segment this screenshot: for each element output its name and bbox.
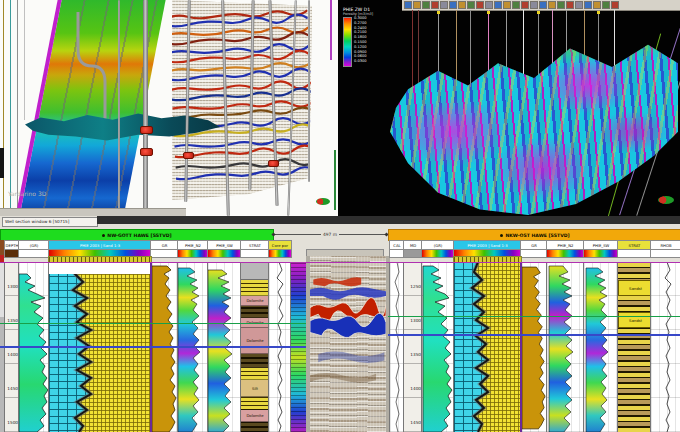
scale-strip (650, 249, 680, 258)
strat-unit: Sandst (618, 312, 653, 328)
well-trace (10, 0, 11, 216)
scale-strip (546, 249, 585, 258)
well-section-tab[interactable]: Well section window 6 [50715] (2, 217, 98, 227)
scale-strip (18, 249, 50, 258)
tool-icon[interactable] (602, 1, 610, 9)
casing-ring (183, 152, 194, 159)
wellbore (143, 0, 148, 216)
tool-icon[interactable] (440, 1, 448, 9)
well-trace (3, 0, 4, 216)
tool-icon[interactable] (593, 1, 601, 9)
tool-icon[interactable] (566, 1, 574, 9)
wellbore (308, 0, 310, 182)
scale-strip (240, 249, 270, 258)
phie-sw-curve-track[interactable] (583, 262, 619, 432)
lithostrat-column[interactable]: Sandst Sandst (617, 262, 652, 432)
distance-ruler: 497 m (272, 229, 388, 239)
gr-curve-track[interactable] (421, 262, 455, 432)
strat-unit: Dolomite (241, 328, 269, 353)
wellbore (330, 0, 332, 60)
lithology-porosity-track[interactable] (453, 262, 522, 432)
app-logo (658, 196, 674, 204)
scale-strip (403, 249, 423, 258)
wellhead-marker (537, 11, 540, 14)
strat-unit: Dolomite (241, 296, 269, 306)
legend-ticks: 0.3000 0.2700 0.2400 0.2100 0.1800 0.150… (354, 16, 367, 67)
tool-icon[interactable] (458, 1, 466, 9)
seismic-3d-viewport[interactable]: Yardarino 3D (0, 0, 338, 216)
well-icon (102, 234, 105, 237)
seismic-inset[interactable] (306, 256, 390, 432)
tool-icon[interactable] (575, 1, 583, 9)
well-trace (17, 0, 18, 216)
scale-strip (520, 249, 548, 258)
casing-ring (140, 126, 153, 134)
tool-icon[interactable] (503, 1, 511, 9)
tool-icon[interactable] (512, 1, 520, 9)
well-icon (500, 234, 503, 237)
tool-icon[interactable] (485, 1, 493, 9)
scale-strip (177, 249, 209, 258)
tool-icon[interactable] (431, 1, 439, 9)
app-logo (316, 198, 330, 205)
casing-ring (140, 148, 153, 156)
legend-colorbar (343, 17, 352, 67)
tool-icon[interactable] (494, 1, 502, 9)
sonic-curve-track[interactable] (650, 262, 680, 432)
toolbar (402, 0, 680, 11)
scale-strip (583, 249, 619, 258)
tool-icon[interactable] (449, 1, 457, 9)
scale-strip (268, 249, 292, 258)
deviated-well-path (72, 12, 116, 132)
application-window: Yardarino 3D PHIE ZW D1 Porosity [m3/m3]… (0, 0, 680, 432)
horizon-line-blue[interactable] (388, 334, 680, 336)
viewport-watermark: Yardarino 3D (8, 190, 46, 197)
phie-curve-track[interactable] (546, 262, 585, 432)
tool-icon[interactable] (413, 1, 421, 9)
tab-strip (97, 216, 680, 224)
strat-unit: Silt (241, 380, 269, 398)
well-section-panel: Well section window 6 [50715] NW-GOTT HA… (0, 216, 680, 432)
tool-icon[interactable] (539, 1, 547, 9)
wellbore (334, 150, 336, 210)
wellhead-marker (597, 11, 600, 14)
tool-icon[interactable] (548, 1, 556, 9)
wellhead-marker (487, 11, 490, 14)
tool-icon[interactable] (422, 1, 430, 9)
tool-icon[interactable] (584, 1, 592, 9)
scale-strip (150, 249, 179, 258)
well-marker (0, 148, 4, 178)
horizon-line-green[interactable] (388, 316, 680, 317)
wellhead-marker (437, 11, 440, 14)
ruler-end-icon (271, 232, 275, 236)
tool-icon[interactable] (404, 1, 412, 9)
casing-ring (268, 160, 279, 167)
horizon-line-green[interactable] (0, 323, 306, 324)
tool-icon[interactable] (557, 1, 565, 9)
scale-strip (207, 249, 242, 258)
gr-fill-track[interactable] (520, 262, 549, 432)
tool-icon[interactable] (530, 1, 538, 9)
property-model-surface (378, 30, 678, 215)
tool-icon[interactable] (467, 1, 475, 9)
scale-strip (617, 249, 652, 258)
strat-unit: Dolomite (241, 410, 269, 422)
viewport-status-strip (0, 208, 186, 216)
distance-label: 497 m (321, 232, 339, 237)
tool-icon[interactable] (476, 1, 484, 9)
wellbore (118, 0, 120, 216)
depth-track[interactable]: 1250 1300 1350 1400 1450 (403, 262, 423, 432)
strat-unit: Sandst (618, 280, 653, 296)
tool-icon[interactable] (521, 1, 529, 9)
tool-icon[interactable] (611, 1, 619, 9)
color-legend: PHIE ZW D1 Porosity [m3/m3] 0.3000 0.270… (343, 7, 385, 69)
track-blank-cap (49, 262, 151, 274)
edge-strip (0, 240, 4, 432)
property-3d-viewport[interactable]: PHIE ZW D1 Porosity [m3/m3] 0.3000 0.270… (338, 0, 680, 216)
horizon-line-purple[interactable] (0, 262, 680, 263)
horizon-line-blue[interactable] (0, 346, 306, 348)
well-trace (24, 0, 25, 120)
scale-strip (421, 249, 455, 258)
